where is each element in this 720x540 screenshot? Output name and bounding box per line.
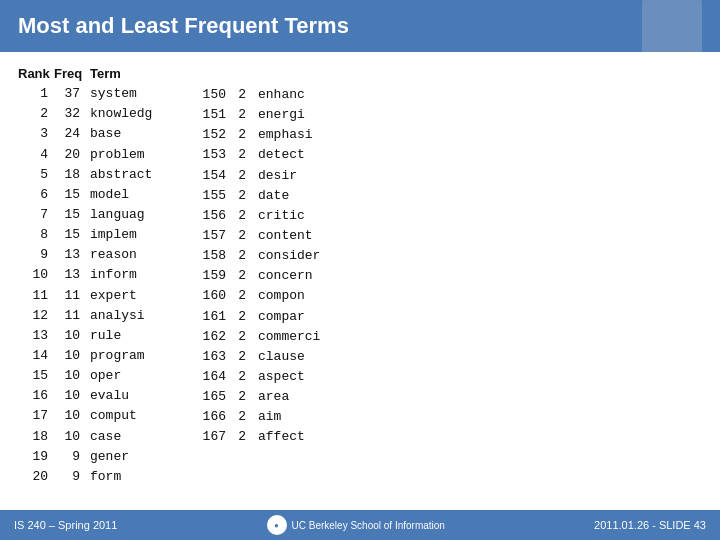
- table-row: 518abstract: [18, 165, 168, 185]
- header-image: [642, 0, 702, 52]
- table-row: 1652area: [198, 387, 336, 407]
- footer: IS 240 – Spring 2011 ● UC Berkeley Schoo…: [0, 510, 720, 540]
- col-term-header: Term: [88, 64, 168, 84]
- table-row: 615model: [18, 185, 168, 205]
- footer-left: IS 240 – Spring 2011: [14, 519, 117, 531]
- table-row: 1572content: [198, 226, 336, 246]
- table-row: 1410program: [18, 346, 168, 366]
- table-row: 1562critic: [198, 206, 336, 226]
- table-row: 1592concern: [198, 266, 336, 286]
- table-row: 815implem: [18, 225, 168, 245]
- table-row: 1522emphasi: [198, 125, 336, 145]
- header-title: Most and Least Frequent Terms: [18, 13, 349, 39]
- table-row: 1602compon: [198, 286, 336, 306]
- table-row: 715languag: [18, 205, 168, 225]
- table-row: 1612compar: [198, 307, 336, 327]
- col-freq-header: Freq: [54, 64, 88, 84]
- table-row: 420problem: [18, 145, 168, 165]
- main-content: Rank Freq Term 137system 232knowledg 324…: [0, 52, 720, 510]
- table-row: 1013inform: [18, 265, 168, 285]
- footer-logo-text: UC Berkeley School of Information: [292, 520, 445, 531]
- table-row: 199gener: [18, 447, 168, 467]
- table-row: 1552date: [198, 186, 336, 206]
- footer-right: 2011.01.26 - SLIDE 43: [594, 519, 706, 531]
- table-row: 232knowledg: [18, 104, 168, 124]
- table-row: 1111expert: [18, 286, 168, 306]
- footer-center: ● UC Berkeley School of Information: [267, 515, 445, 535]
- table-row: 1642aspect: [198, 367, 336, 387]
- table-row: 1662aim: [198, 407, 336, 427]
- table-row: 1610evalu: [18, 386, 168, 406]
- table-row: 1502enhanc: [198, 85, 336, 105]
- table-row: 1510oper: [18, 366, 168, 386]
- table-row: 1211analysi: [18, 306, 168, 326]
- table-row: 209form: [18, 467, 168, 487]
- table-section: Rank Freq Term 137system 232knowledg 324…: [18, 64, 336, 502]
- table-row: 1672affect: [198, 427, 336, 447]
- table-row: 1710comput: [18, 406, 168, 426]
- table-row: 1512energi: [198, 105, 336, 125]
- table-row: 324base: [18, 124, 168, 144]
- table-row: 913reason: [18, 245, 168, 265]
- table-row: 1582consider: [198, 246, 336, 266]
- table-row: 1532detect: [198, 145, 336, 165]
- col-rank-header: Rank: [18, 64, 54, 84]
- left-table: Rank Freq Term 137system 232knowledg 324…: [18, 64, 168, 502]
- table-row: 1542desir: [198, 166, 336, 186]
- table-row: 137system: [18, 84, 168, 104]
- footer-logo-icon: ●: [267, 515, 287, 535]
- table-row: 1632clause: [198, 347, 336, 367]
- table-row: 1310rule: [18, 326, 168, 346]
- right-table: 1502enhanc 1512energi 1522emphasi 1532de…: [198, 85, 336, 502]
- table-row: 1810case: [18, 427, 168, 447]
- table-row: 1622commerci: [198, 327, 336, 347]
- left-table-header: Rank Freq Term: [18, 64, 168, 84]
- header: Most and Least Frequent Terms: [0, 0, 720, 52]
